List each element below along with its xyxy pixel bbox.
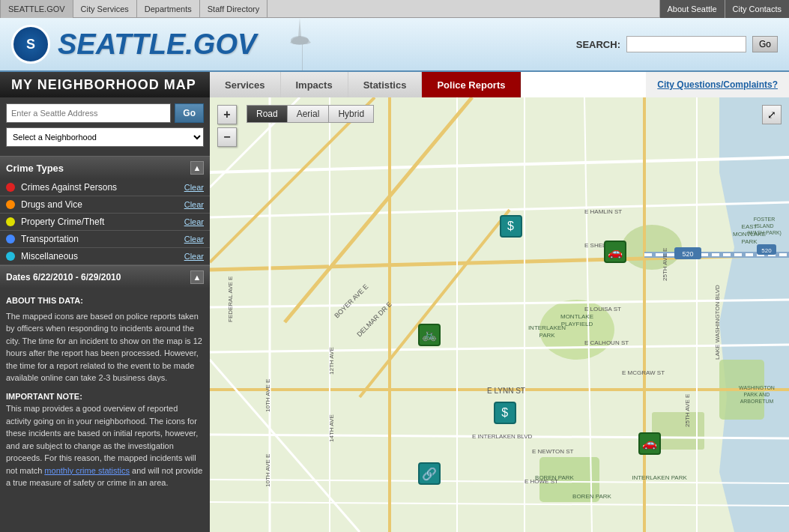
svg-text:ISLAND: ISLAND	[755, 223, 773, 229]
svg-text:25TH AVE E: 25TH AVE E	[684, 394, 691, 427]
svg-text:FOSTER: FOSTER	[754, 217, 775, 222]
site-title: SEATTLE.GOV	[58, 28, 256, 61]
city-questions-link[interactable]: City Questions/Complaints?	[646, 72, 789, 97]
svg-text:14TH AVE: 14TH AVE	[328, 414, 335, 442]
crime-clear-property[interactable]: Clear	[184, 217, 204, 226]
map-expand-button[interactable]: ⤢	[762, 105, 782, 124]
crime-clear-persons[interactable]: Clear	[184, 183, 204, 192]
dollar-icon-2: $	[501, 406, 508, 420]
nav-city-services[interactable]: City Services	[73, 0, 137, 18]
header-logo: S SEATTLE.GOV	[11, 25, 256, 64]
svg-text:PLAYFIELD: PLAYFIELD	[561, 321, 593, 327]
svg-text:PARK: PARK	[741, 238, 758, 245]
crime-clear-drugs[interactable]: Clear	[184, 200, 204, 209]
svg-rect-1	[210, 97, 789, 532]
crime-type-drugs: Drugs and Vice Clear	[0, 196, 210, 214]
svg-text:E HAMLIN ST: E HAMLIN ST	[584, 208, 622, 215]
crime-type-persons: Crimes Against Persons Clear	[0, 179, 210, 196]
svg-text:(WASH.PARK): (WASH.PARK)	[747, 230, 782, 236]
map-type-aerial-button[interactable]: Aerial	[287, 105, 330, 123]
car-icon-1: 🚗	[608, 245, 623, 259]
car-icon-2: 🚗	[642, 436, 657, 450]
address-row: Go	[6, 103, 204, 123]
zoom-out-button[interactable]: −	[217, 127, 237, 147]
dates-toggle-button[interactable]: ▲	[190, 270, 204, 284]
map-area[interactable]: + − Road Aerial Hybrid ⤢	[210, 97, 789, 532]
crime-label-property: Property Crime/Theft	[21, 217, 184, 227]
tab-police-reports[interactable]: Police Reports	[422, 72, 521, 97]
svg-text:PARK AND: PARK AND	[744, 392, 770, 397]
crime-label-misc: Miscellaneous	[21, 251, 184, 262]
svg-point-4	[622, 225, 682, 270]
nav-staff-directory[interactable]: Staff Directory	[200, 0, 268, 18]
svg-text:10TH AVE E: 10TH AVE E	[264, 454, 271, 487]
sub-header: MY NEIGHBORHOOD MAP Services Impacts Sta…	[0, 72, 789, 97]
dollar-icon-1: $	[507, 220, 514, 233]
address-input[interactable]	[6, 103, 171, 123]
map-zoom-controls: + −	[217, 105, 237, 147]
zoom-in-button[interactable]: +	[217, 105, 237, 124]
svg-text:BOREN PARK: BOREN PARK	[535, 474, 575, 481]
map-icon-dollar-2[interactable]: $	[494, 402, 516, 424]
svg-text:ARBORETUM: ARBORETUM	[740, 399, 774, 404]
logo-circle: S	[11, 25, 50, 64]
crime-clear-misc[interactable]: Clear	[184, 252, 204, 261]
crime-type-transportation: Transportation Clear	[0, 231, 210, 248]
space-needle-icon	[262, 18, 337, 72]
map-icon-bike-1[interactable]: 🚲	[418, 324, 441, 346]
svg-text:520: 520	[761, 247, 772, 254]
dates-label: Dates 6/22/2010 - 6/29/2010	[6, 272, 121, 282]
svg-text:25TH AVE E: 25TH AVE E	[662, 248, 668, 281]
crime-bullet-persons	[6, 183, 15, 192]
crime-bullet-transportation	[6, 235, 15, 244]
svg-text:E MCGRAW ST: E MCGRAW ST	[622, 369, 665, 376]
crime-bullet-drugs	[6, 200, 15, 209]
svg-text:E NEWTON ST: E NEWTON ST	[532, 448, 574, 455]
tab-services[interactable]: Services	[210, 72, 281, 97]
svg-text:12TH AVE: 12TH AVE	[328, 347, 335, 375]
nav-about-seattle[interactable]: About Seattle	[659, 0, 725, 18]
crime-label-persons: Crimes Against Persons	[21, 182, 184, 193]
svg-text:10TH AVE E: 10TH AVE E	[264, 379, 271, 412]
about-section: ABOUT THIS DATA: The mapped icons are ba…	[0, 288, 210, 501]
map-icon-car-2[interactable]: 🚗	[638, 432, 661, 455]
tab-statistics[interactable]: Statistics	[348, 72, 423, 97]
about-data-text: The mapped icons are based on police rep…	[6, 310, 204, 384]
bike-icon-1: 🚲	[422, 327, 437, 342]
sidebar: Go Select a Neighborhood Crime Types ▲ C…	[0, 97, 210, 532]
nav-city-contacts[interactable]: City Contacts	[725, 0, 789, 18]
svg-text:LAKE WASHINGTON BLVD: LAKE WASHINGTON BLVD	[714, 285, 721, 360]
nav-departments[interactable]: Departments	[137, 0, 200, 18]
svg-text:FEDERAL AVE E: FEDERAL AVE E	[227, 276, 234, 322]
svg-text:WASHINGTON: WASHINGTON	[739, 385, 775, 390]
search-go-button[interactable]: Go	[752, 36, 778, 52]
address-section: Go Select a Neighborhood	[0, 97, 210, 153]
monthly-crime-stats-link[interactable]: monthly crime statistics	[44, 466, 130, 475]
svg-text:MONTLAKE: MONTLAKE	[560, 313, 593, 320]
tab-impacts[interactable]: Impacts	[281, 72, 348, 97]
svg-text:520: 520	[682, 250, 693, 258]
crime-types-toggle-button[interactable]: ▲	[190, 161, 204, 175]
crime-type-property: Property Crime/Theft Clear	[0, 214, 210, 231]
svg-text:PARK: PARK	[539, 332, 555, 339]
search-label: SEARCH:	[576, 39, 620, 50]
map-type-controls: Road Aerial Hybrid	[247, 105, 374, 123]
nav-seattle-gov[interactable]: SEATTLE.GOV	[0, 0, 73, 18]
map-icon-link[interactable]: 🔗	[418, 462, 441, 485]
crime-clear-transportation[interactable]: Clear	[184, 235, 204, 244]
map-type-road-button[interactable]: Road	[247, 105, 288, 123]
svg-text:E LOUISA ST: E LOUISA ST	[584, 306, 621, 312]
about-data-title: ABOUT THIS DATA:	[6, 294, 204, 307]
neighborhood-select[interactable]: Select a Neighborhood	[6, 127, 204, 147]
header: S SEATTLE.GOV SEARCH: Go	[0, 18, 789, 72]
svg-text:BOREN PARK: BOREN PARK	[572, 493, 612, 500]
map-icon-dollar-1[interactable]: $	[500, 215, 522, 238]
map-icon-car-1[interactable]: 🚗	[604, 241, 626, 263]
search-input[interactable]	[626, 36, 746, 52]
address-go-button[interactable]: Go	[175, 103, 204, 123]
link-icon: 🔗	[422, 467, 437, 481]
map-type-hybrid-button[interactable]: Hybrid	[328, 105, 374, 123]
svg-text:E CALHOUN ST: E CALHOUN ST	[584, 339, 629, 346]
svg-text:E LYNN ST: E LYNN ST	[487, 387, 525, 395]
important-note: IMPORTANT NOTE: This map provides a good…	[6, 390, 204, 489]
